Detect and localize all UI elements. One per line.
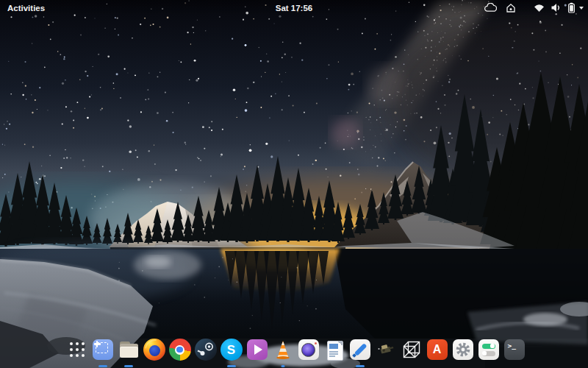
running-indicator [356,365,365,367]
firefox-icon [143,338,166,361]
wallpaper [0,0,588,368]
volume-icon [551,3,562,13]
dock: SA>_ [64,338,527,367]
running-indicator [98,365,107,367]
dock-item-files[interactable] [115,338,141,367]
dock-item-anaconda[interactable]: A [424,338,450,367]
game-icon [374,338,398,361]
running-indicator [281,365,284,367]
desktop: Activities Sat 17:56 [0,0,588,368]
dock-item-settings[interactable] [450,338,476,367]
clock-button[interactable]: Sat 17:56 [276,4,313,13]
anaconda-icon: A [426,338,449,361]
activities-button[interactable]: Activities [7,4,45,13]
dock-item-libreoffice[interactable] [321,338,347,367]
vlc-icon [271,338,295,361]
dock-item-steam[interactable] [193,338,218,367]
system-tray[interactable] [484,0,584,15]
dock-item-cube[interactable] [398,338,424,367]
dock-item-firefox[interactable] [141,338,167,367]
dock-item-cheese[interactable] [295,338,321,367]
dock-item-mpv[interactable] [244,338,270,367]
boxes-icon [91,338,115,361]
text-editor-icon [348,338,372,361]
steam-icon [194,338,218,361]
dock-item-tweaks[interactable] [476,338,501,367]
terminal-icon: >_ [503,338,526,361]
wifi-icon [534,4,545,13]
clock-label: Sat 17:56 [276,4,313,13]
dock-item-vlc[interactable] [270,338,295,367]
mpv-icon [245,338,269,361]
running-indicator [227,365,236,367]
running-indicator [124,365,133,367]
top-bar: Activities Sat 17:56 [0,0,588,15]
skype-icon: S [220,338,243,361]
dock-item-skype[interactable]: S [218,338,244,367]
libreoffice-icon [323,338,346,361]
dock-item-terminal[interactable]: >_ [501,338,527,367]
dock-item-game[interactable] [373,338,398,367]
cheese-icon [297,338,320,361]
dock-item-boxes[interactable] [90,338,115,367]
menu-caret-icon [579,7,584,10]
cube-icon [400,338,423,361]
home-icon [506,3,516,13]
dock-item-chrome[interactable] [167,338,193,367]
dock-item-show-apps[interactable] [64,338,90,367]
cloud-icon [484,3,497,13]
tweaks-icon [477,338,501,361]
dock-item-text-editor[interactable] [347,338,373,367]
chrome-icon [168,338,192,361]
battery-icon [567,2,576,13]
files-icon [117,338,140,361]
settings-icon [451,338,475,361]
activities-label: Activities [7,4,45,13]
show-apps-icon [65,338,89,361]
